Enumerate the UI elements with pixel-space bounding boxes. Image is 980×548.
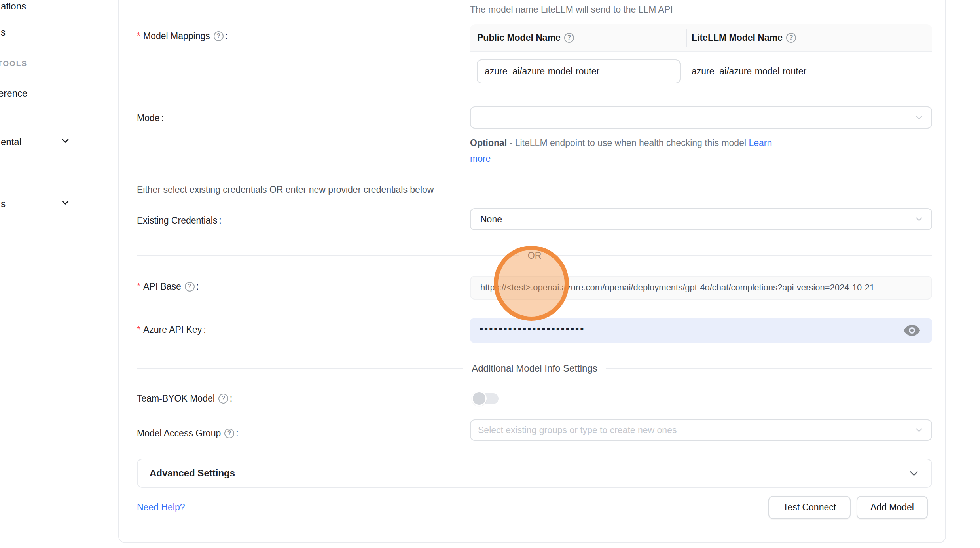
help-question-icon[interactable]: ? [786,33,796,43]
team-byok-label: Team-BYOK Model ? : [137,393,232,404]
litellm-add-model-screen: ations s TOOLS erence ental s The model … [0,0,980,548]
sidebar-item-label: s [1,198,6,209]
chevron-down-icon [914,112,924,123]
existing-credentials-label: Existing Credentials : [137,214,222,226]
additional-info-divider: Additional Model Info Settings [137,362,932,374]
sidebar-item-5[interactable]: s [1,198,6,209]
click-highlight-circle [494,246,569,321]
required-asterisk: * [137,281,140,292]
sidebar-item-1[interactable]: s [1,27,6,38]
public-model-name-input[interactable]: azure_ai/azure-model-router [477,59,681,83]
azure-api-key-input[interactable]: •••••••••••••••••••••• [470,318,932,343]
required-asterisk: * [137,31,140,42]
select-placeholder: Select existing groups or type to create… [478,425,677,436]
add-model-button[interactable]: Add Model [857,496,928,519]
column-divider [686,29,687,47]
existing-credentials-select[interactable]: None [470,208,932,230]
required-asterisk: * [137,324,140,335]
chevron-down-icon [908,468,919,479]
eye-icon[interactable] [904,324,920,337]
sidebar-item-4[interactable]: ental [1,137,21,148]
masked-password-value: •••••••••••••••••••••• [480,324,585,334]
sidebar-item-0[interactable]: ations [1,1,26,12]
litellm-model-name-value: azure_ai/azure-model-router [692,66,806,77]
sidebar-item-label: ental [1,137,21,148]
chevron-down-icon [914,214,924,224]
mode-helper-line2: more [470,154,491,164]
model-mappings-label: * Model Mappings ? : [137,30,227,42]
learn-more-link[interactable]: more [470,154,491,164]
need-help-link[interactable]: Need Help? [137,502,185,513]
sidebar-item-label: erence [0,88,27,99]
chevron-down-icon[interactable] [61,198,70,207]
test-connect-button[interactable]: Test Connect [768,496,851,519]
sidebar-item-label: ations [1,1,26,12]
model-access-group-select[interactable]: Select existing groups or type to create… [470,419,932,441]
model-name-helper-text: The model name LiteLLM will send to the … [470,4,673,15]
column-header-litellm-model-name: LiteLLM Model Name ? [686,32,932,43]
table-row: azure_ai/azure-model-router azure_ai/azu… [470,52,932,91]
help-question-icon[interactable]: ? [218,394,228,404]
sidebar: ations s TOOLS erence ental s [0,0,118,548]
sidebar-item-label: s [1,27,6,38]
additional-info-divider-text: Additional Model Info Settings [463,363,606,374]
help-question-icon[interactable]: ? [185,282,195,292]
help-question-icon[interactable]: ? [224,429,234,438]
chevron-down-icon [914,425,924,435]
table-header-row: Public Model Name ? LiteLLM Model Name ? [470,24,932,52]
chevron-down-icon[interactable] [61,136,70,146]
model-mappings-table: Public Model Name ? LiteLLM Model Name ?… [470,24,932,91]
credentials-note: Either select existing credentials OR en… [137,184,434,195]
advanced-settings-panel[interactable]: Advanced Settings [137,459,932,488]
learn-more-link[interactable]: Learn [749,138,772,148]
help-question-icon[interactable]: ? [214,31,224,41]
model-access-group-label: Model Access Group ? : [137,427,239,439]
toggle-knob [472,391,487,406]
mode-helper-line1: Optional - LiteLLM endpoint to use when … [470,138,772,148]
help-question-icon[interactable]: ? [564,33,574,43]
api-base-label: * API Base ? : [137,281,199,292]
advanced-settings-title: Advanced Settings [150,468,235,479]
sidebar-section-tools: TOOLS [0,59,27,68]
mode-select[interactable] [470,106,932,129]
team-byok-toggle[interactable] [470,391,502,407]
column-header-public-model-name: Public Model Name ? [470,32,686,43]
azure-api-key-label: * Azure API Key : [137,324,206,336]
mode-label: Mode : [137,112,164,124]
sidebar-item-3[interactable]: erence [0,88,27,99]
